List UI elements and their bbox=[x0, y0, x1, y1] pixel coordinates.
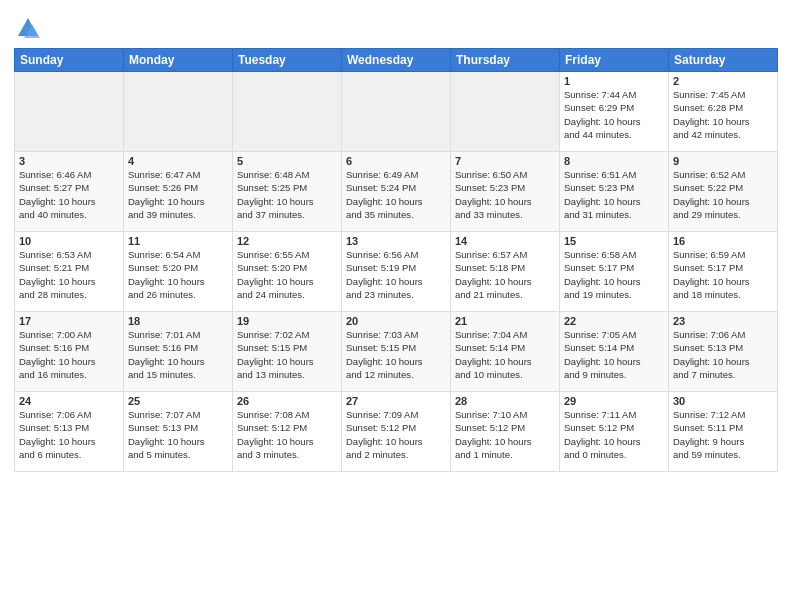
calendar-cell: 12Sunrise: 6:55 AM Sunset: 5:20 PM Dayli… bbox=[233, 232, 342, 312]
calendar-cell: 19Sunrise: 7:02 AM Sunset: 5:15 PM Dayli… bbox=[233, 312, 342, 392]
calendar-cell bbox=[15, 72, 124, 152]
day-info: Sunrise: 7:04 AM Sunset: 5:14 PM Dayligh… bbox=[455, 328, 555, 381]
day-info: Sunrise: 7:08 AM Sunset: 5:12 PM Dayligh… bbox=[237, 408, 337, 461]
calendar-cell: 9Sunrise: 6:52 AM Sunset: 5:22 PM Daylig… bbox=[669, 152, 778, 232]
day-info: Sunrise: 6:46 AM Sunset: 5:27 PM Dayligh… bbox=[19, 168, 119, 221]
calendar-header-row: SundayMondayTuesdayWednesdayThursdayFrid… bbox=[15, 49, 778, 72]
day-info: Sunrise: 7:10 AM Sunset: 5:12 PM Dayligh… bbox=[455, 408, 555, 461]
calendar-cell: 28Sunrise: 7:10 AM Sunset: 5:12 PM Dayli… bbox=[451, 392, 560, 472]
day-number: 12 bbox=[237, 235, 337, 247]
page-container: SundayMondayTuesdayWednesdayThursdayFrid… bbox=[0, 0, 792, 478]
day-info: Sunrise: 6:57 AM Sunset: 5:18 PM Dayligh… bbox=[455, 248, 555, 301]
day-number: 11 bbox=[128, 235, 228, 247]
day-info: Sunrise: 6:53 AM Sunset: 5:21 PM Dayligh… bbox=[19, 248, 119, 301]
calendar-cell: 8Sunrise: 6:51 AM Sunset: 5:23 PM Daylig… bbox=[560, 152, 669, 232]
calendar-cell: 23Sunrise: 7:06 AM Sunset: 5:13 PM Dayli… bbox=[669, 312, 778, 392]
day-number: 22 bbox=[564, 315, 664, 327]
calendar-cell: 10Sunrise: 6:53 AM Sunset: 5:21 PM Dayli… bbox=[15, 232, 124, 312]
calendar: SundayMondayTuesdayWednesdayThursdayFrid… bbox=[14, 48, 778, 472]
day-info: Sunrise: 7:02 AM Sunset: 5:15 PM Dayligh… bbox=[237, 328, 337, 381]
calendar-cell: 27Sunrise: 7:09 AM Sunset: 5:12 PM Dayli… bbox=[342, 392, 451, 472]
calendar-cell: 14Sunrise: 6:57 AM Sunset: 5:18 PM Dayli… bbox=[451, 232, 560, 312]
day-number: 9 bbox=[673, 155, 773, 167]
calendar-cell: 25Sunrise: 7:07 AM Sunset: 5:13 PM Dayli… bbox=[124, 392, 233, 472]
day-info: Sunrise: 6:55 AM Sunset: 5:20 PM Dayligh… bbox=[237, 248, 337, 301]
header bbox=[14, 10, 778, 42]
day-number: 3 bbox=[19, 155, 119, 167]
calendar-cell: 4Sunrise: 6:47 AM Sunset: 5:26 PM Daylig… bbox=[124, 152, 233, 232]
day-info: Sunrise: 7:45 AM Sunset: 6:28 PM Dayligh… bbox=[673, 88, 773, 141]
day-info: Sunrise: 7:03 AM Sunset: 5:15 PM Dayligh… bbox=[346, 328, 446, 381]
day-number: 13 bbox=[346, 235, 446, 247]
logo bbox=[14, 14, 46, 42]
calendar-cell: 20Sunrise: 7:03 AM Sunset: 5:15 PM Dayli… bbox=[342, 312, 451, 392]
calendar-cell: 11Sunrise: 6:54 AM Sunset: 5:20 PM Dayli… bbox=[124, 232, 233, 312]
day-number: 7 bbox=[455, 155, 555, 167]
day-number: 23 bbox=[673, 315, 773, 327]
day-number: 16 bbox=[673, 235, 773, 247]
day-number: 15 bbox=[564, 235, 664, 247]
calendar-day-header: Saturday bbox=[669, 49, 778, 72]
day-info: Sunrise: 6:51 AM Sunset: 5:23 PM Dayligh… bbox=[564, 168, 664, 221]
calendar-cell: 15Sunrise: 6:58 AM Sunset: 5:17 PM Dayli… bbox=[560, 232, 669, 312]
day-number: 4 bbox=[128, 155, 228, 167]
calendar-week-row: 3Sunrise: 6:46 AM Sunset: 5:27 PM Daylig… bbox=[15, 152, 778, 232]
day-number: 30 bbox=[673, 395, 773, 407]
day-info: Sunrise: 6:52 AM Sunset: 5:22 PM Dayligh… bbox=[673, 168, 773, 221]
day-info: Sunrise: 7:06 AM Sunset: 5:13 PM Dayligh… bbox=[673, 328, 773, 381]
day-number: 8 bbox=[564, 155, 664, 167]
calendar-week-row: 17Sunrise: 7:00 AM Sunset: 5:16 PM Dayli… bbox=[15, 312, 778, 392]
day-number: 17 bbox=[19, 315, 119, 327]
day-info: Sunrise: 7:05 AM Sunset: 5:14 PM Dayligh… bbox=[564, 328, 664, 381]
day-info: Sunrise: 6:56 AM Sunset: 5:19 PM Dayligh… bbox=[346, 248, 446, 301]
day-number: 18 bbox=[128, 315, 228, 327]
day-number: 20 bbox=[346, 315, 446, 327]
day-info: Sunrise: 6:59 AM Sunset: 5:17 PM Dayligh… bbox=[673, 248, 773, 301]
calendar-cell: 30Sunrise: 7:12 AM Sunset: 5:11 PM Dayli… bbox=[669, 392, 778, 472]
day-info: Sunrise: 6:54 AM Sunset: 5:20 PM Dayligh… bbox=[128, 248, 228, 301]
day-number: 2 bbox=[673, 75, 773, 87]
day-number: 25 bbox=[128, 395, 228, 407]
day-info: Sunrise: 7:07 AM Sunset: 5:13 PM Dayligh… bbox=[128, 408, 228, 461]
calendar-cell: 18Sunrise: 7:01 AM Sunset: 5:16 PM Dayli… bbox=[124, 312, 233, 392]
day-info: Sunrise: 7:44 AM Sunset: 6:29 PM Dayligh… bbox=[564, 88, 664, 141]
calendar-day-header: Wednesday bbox=[342, 49, 451, 72]
day-info: Sunrise: 6:50 AM Sunset: 5:23 PM Dayligh… bbox=[455, 168, 555, 221]
calendar-cell: 2Sunrise: 7:45 AM Sunset: 6:28 PM Daylig… bbox=[669, 72, 778, 152]
calendar-cell: 6Sunrise: 6:49 AM Sunset: 5:24 PM Daylig… bbox=[342, 152, 451, 232]
day-info: Sunrise: 6:58 AM Sunset: 5:17 PM Dayligh… bbox=[564, 248, 664, 301]
calendar-cell bbox=[342, 72, 451, 152]
calendar-week-row: 1Sunrise: 7:44 AM Sunset: 6:29 PM Daylig… bbox=[15, 72, 778, 152]
calendar-day-header: Monday bbox=[124, 49, 233, 72]
calendar-week-row: 10Sunrise: 6:53 AM Sunset: 5:21 PM Dayli… bbox=[15, 232, 778, 312]
day-number: 10 bbox=[19, 235, 119, 247]
calendar-cell: 1Sunrise: 7:44 AM Sunset: 6:29 PM Daylig… bbox=[560, 72, 669, 152]
calendar-cell: 16Sunrise: 6:59 AM Sunset: 5:17 PM Dayli… bbox=[669, 232, 778, 312]
day-number: 19 bbox=[237, 315, 337, 327]
calendar-cell bbox=[124, 72, 233, 152]
day-number: 6 bbox=[346, 155, 446, 167]
day-number: 28 bbox=[455, 395, 555, 407]
calendar-cell: 24Sunrise: 7:06 AM Sunset: 5:13 PM Dayli… bbox=[15, 392, 124, 472]
day-number: 29 bbox=[564, 395, 664, 407]
calendar-cell: 26Sunrise: 7:08 AM Sunset: 5:12 PM Dayli… bbox=[233, 392, 342, 472]
day-info: Sunrise: 7:00 AM Sunset: 5:16 PM Dayligh… bbox=[19, 328, 119, 381]
day-info: Sunrise: 7:01 AM Sunset: 5:16 PM Dayligh… bbox=[128, 328, 228, 381]
calendar-cell bbox=[451, 72, 560, 152]
calendar-day-header: Sunday bbox=[15, 49, 124, 72]
day-info: Sunrise: 7:09 AM Sunset: 5:12 PM Dayligh… bbox=[346, 408, 446, 461]
day-info: Sunrise: 6:47 AM Sunset: 5:26 PM Dayligh… bbox=[128, 168, 228, 221]
calendar-cell: 22Sunrise: 7:05 AM Sunset: 5:14 PM Dayli… bbox=[560, 312, 669, 392]
calendar-day-header: Friday bbox=[560, 49, 669, 72]
day-number: 24 bbox=[19, 395, 119, 407]
day-number: 26 bbox=[237, 395, 337, 407]
day-number: 5 bbox=[237, 155, 337, 167]
logo-icon bbox=[14, 14, 42, 42]
day-info: Sunrise: 7:11 AM Sunset: 5:12 PM Dayligh… bbox=[564, 408, 664, 461]
calendar-cell: 7Sunrise: 6:50 AM Sunset: 5:23 PM Daylig… bbox=[451, 152, 560, 232]
day-number: 21 bbox=[455, 315, 555, 327]
day-info: Sunrise: 7:06 AM Sunset: 5:13 PM Dayligh… bbox=[19, 408, 119, 461]
calendar-cell bbox=[233, 72, 342, 152]
calendar-cell: 17Sunrise: 7:00 AM Sunset: 5:16 PM Dayli… bbox=[15, 312, 124, 392]
calendar-week-row: 24Sunrise: 7:06 AM Sunset: 5:13 PM Dayli… bbox=[15, 392, 778, 472]
